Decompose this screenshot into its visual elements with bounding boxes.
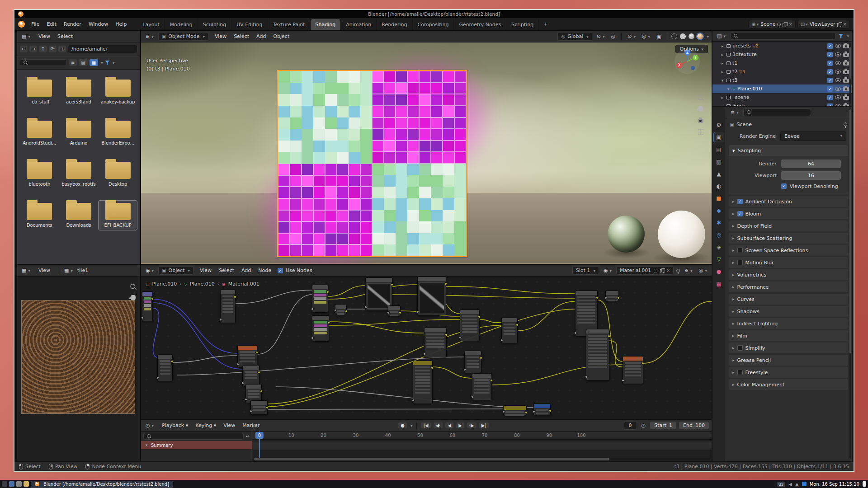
shading-solid-button[interactable] bbox=[680, 33, 686, 39]
outliner-row-presets[interactable]: ▸presets▽2✓ bbox=[712, 42, 852, 50]
shader-node[interactable] bbox=[250, 400, 268, 415]
properties-tab-modifiers[interactable]: ◆ bbox=[713, 206, 724, 216]
menu-view[interactable]: View bbox=[35, 266, 54, 275]
input-socket[interactable] bbox=[311, 308, 314, 310]
folder-item-anakey-backup[interactable]: anakey-backup bbox=[98, 77, 137, 107]
input-socket[interactable] bbox=[416, 310, 419, 313]
section-checkbox[interactable] bbox=[737, 345, 743, 351]
disable-render-icon[interactable] bbox=[843, 53, 849, 57]
start-frame-field[interactable]: Start1 bbox=[650, 422, 676, 429]
view-vertical-list-button[interactable]: ≡ bbox=[69, 59, 77, 66]
forward-button[interactable]: → bbox=[29, 46, 37, 52]
output-socket[interactable] bbox=[258, 371, 260, 374]
node-canvas[interactable]: ▢Plane.010›▽Plane.010›◉Material.001 bbox=[141, 277, 712, 419]
section-screen-space-reflections[interactable]: ▸Screen Space Reflections bbox=[729, 245, 848, 256]
editor-type-icon[interactable]: ▤▾ bbox=[20, 33, 32, 40]
proportional-edit-icon[interactable]: ◎ bbox=[609, 33, 618, 40]
filter-dropdown[interactable]: ▾ bbox=[847, 34, 849, 38]
expand-icon[interactable]: ▾ bbox=[720, 78, 725, 83]
input-socket[interactable] bbox=[334, 309, 337, 312]
timeline-scrollbar[interactable] bbox=[254, 458, 710, 460]
input-socket[interactable] bbox=[250, 410, 252, 413]
input-socket[interactable] bbox=[219, 318, 222, 321]
shader-node[interactable] bbox=[413, 361, 433, 404]
workspace-tab-scripting[interactable]: Scripting bbox=[506, 19, 539, 30]
overlays-icon[interactable]: ◎▾ bbox=[640, 33, 652, 40]
show-desktop-corner[interactable] bbox=[863, 481, 866, 487]
folder-item-downloads[interactable]: Downloads bbox=[59, 200, 99, 230]
viewlayer-selector[interactable]: ▤▾ ViewLayer × bbox=[797, 20, 850, 28]
output-socket[interactable] bbox=[478, 315, 481, 318]
file-search-input[interactable] bbox=[20, 59, 67, 66]
unlink-material-icon[interactable]: × bbox=[666, 268, 670, 273]
disable-render-icon[interactable] bbox=[843, 79, 849, 83]
workspace-tab-shading[interactable]: Shading bbox=[311, 19, 341, 30]
material-name-field[interactable]: Material.001▢× bbox=[616, 266, 674, 275]
copy-material-icon[interactable] bbox=[660, 268, 664, 273]
files-icon[interactable] bbox=[24, 481, 29, 487]
workspace-tab-rendering[interactable]: Rendering bbox=[377, 19, 412, 30]
workspace-tab-sculpting[interactable]: Sculpting bbox=[198, 19, 231, 30]
menu-add[interactable]: Add bbox=[238, 266, 255, 275]
mode-dropdown[interactable]: ▣Object Mode▾ bbox=[158, 32, 208, 41]
jump-to-start-button[interactable]: |◀ bbox=[421, 422, 430, 428]
gizmo-z-axis[interactable]: Z bbox=[684, 50, 690, 56]
section-checkbox[interactable] bbox=[737, 248, 743, 253]
overlays-icon[interactable]: ◎▾ bbox=[697, 267, 709, 274]
editor-type-icon[interactable]: ◷▾ bbox=[144, 422, 156, 429]
folder-item-documents[interactable]: Documents bbox=[20, 200, 59, 230]
properties-search-input[interactable] bbox=[743, 108, 811, 116]
properties-tab-object-data[interactable]: ▽ bbox=[713, 254, 724, 264]
hide-viewport-icon[interactable] bbox=[835, 95, 841, 99]
outliner-row-t2[interactable]: ▸t2▽3✓ bbox=[712, 67, 852, 76]
properties-tab-object[interactable]: ■ bbox=[713, 193, 724, 203]
menu-object[interactable]: Object bbox=[269, 32, 293, 41]
shading-rendered-button[interactable] bbox=[697, 33, 703, 39]
next-keyframe-button[interactable]: ·▶ bbox=[467, 422, 476, 428]
section-checkbox[interactable]: ✓ bbox=[737, 211, 743, 216]
viewport-scene[interactable]: User Perspective (0) t3 | Plane.010 Opti… bbox=[141, 42, 712, 264]
channel-search-input[interactable] bbox=[143, 433, 244, 440]
up-button[interactable]: ↑ bbox=[39, 46, 47, 52]
show-desktop-icon[interactable] bbox=[2, 481, 7, 487]
include-checkbox[interactable]: ✓ bbox=[827, 103, 833, 106]
workspace-tab-texture-paint[interactable]: Texture Paint bbox=[268, 19, 311, 30]
hide-viewport-icon[interactable] bbox=[835, 104, 841, 106]
menu-playback[interactable]: Playback ▾ bbox=[158, 421, 192, 430]
input-socket[interactable] bbox=[141, 316, 144, 319]
render-samples-field[interactable]: 64 bbox=[781, 160, 841, 168]
output-socket[interactable] bbox=[642, 362, 644, 365]
input-socket[interactable] bbox=[604, 296, 607, 299]
disable-render-icon[interactable] bbox=[843, 104, 849, 106]
scene-browse-icon[interactable]: ▣▾ bbox=[751, 22, 759, 27]
blender-menu-icon[interactable] bbox=[18, 21, 25, 28]
show-gizmo-icon[interactable]: ⊙▾ bbox=[626, 33, 637, 40]
editor-type-icon[interactable]: ≡▾ bbox=[729, 108, 741, 116]
input-socket[interactable] bbox=[585, 375, 588, 378]
shader-node[interactable] bbox=[312, 285, 328, 313]
include-checkbox[interactable]: ✓ bbox=[827, 61, 833, 66]
properties-scrollbar[interactable] bbox=[849, 108, 851, 459]
section-performance[interactable]: ▸Performance bbox=[729, 282, 848, 292]
input-socket[interactable] bbox=[245, 398, 247, 401]
viewport-denoising-checkbox[interactable]: ✓ bbox=[781, 183, 787, 189]
section-indirect-lighting[interactable]: ▸Indirect Lighting bbox=[729, 318, 848, 329]
orientation-dropdown[interactable]: ◎Global▾ bbox=[557, 32, 592, 41]
workspace-tab-modeling[interactable]: Modeling bbox=[165, 19, 198, 30]
outliner-row-scene[interactable]: ▸_scene✓ bbox=[712, 93, 852, 102]
volume-icon[interactable]: ◀ bbox=[788, 482, 792, 487]
include-checkbox[interactable]: ✓ bbox=[827, 69, 833, 75]
input-socket[interactable] bbox=[236, 363, 239, 366]
summary-channel[interactable]: ▾Summary bbox=[141, 441, 252, 449]
disable-render-icon[interactable] bbox=[843, 61, 849, 66]
editor-type-icon[interactable]: ▦▾ bbox=[20, 267, 32, 274]
folder-item-blenderexpo[interactable]: BlenderExpo... bbox=[98, 118, 137, 148]
shader-node[interactable] bbox=[503, 405, 527, 415]
filter-dropdown[interactable]: ▾ bbox=[113, 61, 115, 65]
output-socket[interactable] bbox=[444, 282, 447, 285]
collapse-icon[interactable]: ▸ bbox=[720, 44, 725, 48]
properties-tab-physics[interactable]: ◎ bbox=[713, 230, 724, 240]
folder-item-arduino[interactable]: Arduino bbox=[59, 118, 99, 148]
camera-view-icon[interactable] bbox=[698, 119, 703, 123]
folder-item-acers3fand[interactable]: acers3fand bbox=[59, 77, 99, 107]
